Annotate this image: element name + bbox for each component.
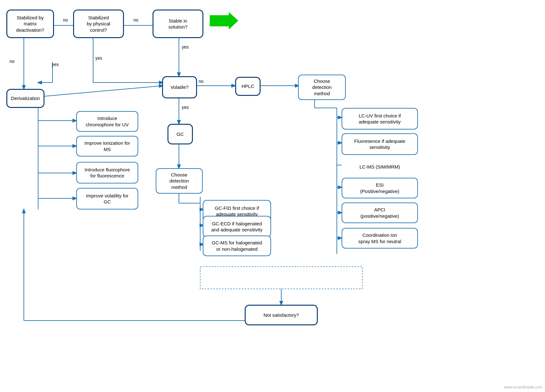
no-label-volatile: no bbox=[199, 79, 204, 84]
choose-detection-gc-label: Choose detection method bbox=[170, 172, 189, 190]
lc-ms-label-text: LC-MS (SIM/MRM) bbox=[342, 160, 418, 173]
esi-label: ESI (Positive/negative) bbox=[360, 182, 399, 194]
green-arrow-icon bbox=[210, 12, 238, 30]
hplc-label: HPLC bbox=[242, 83, 254, 90]
svg-rect-34 bbox=[200, 267, 362, 289]
coordination-label: Coordination ion spray MS for neutral bbox=[358, 232, 401, 244]
improve-ionization-label: Improve ionization for MS bbox=[85, 140, 130, 152]
improve-volatility-node: Improve volatility for GC bbox=[76, 188, 138, 209]
apci-label: APCI (positive/negative) bbox=[360, 207, 399, 219]
lc-uv-node: LC-UV first choice if adequate sensitivi… bbox=[342, 108, 418, 130]
stabilized-by-physical-label: Stabilized by physical control? bbox=[87, 15, 110, 33]
choose-detection-gc-node: Choose detection method bbox=[156, 168, 203, 194]
no-label-3: no bbox=[10, 59, 15, 64]
improve-ionization-node: Improve ionization for MS bbox=[76, 136, 138, 156]
stable-in-solution-label: Stable in solution? bbox=[168, 18, 187, 30]
volatile-node: Volatile? bbox=[162, 76, 197, 98]
stabilized-by-matrix-node: Stabilized by matrix deactivation? bbox=[6, 10, 54, 38]
gc-ecd-node: GC-ECD if halogenated and adequate sensi… bbox=[203, 216, 271, 237]
lc-uv-label: LC-UV first choice if adequate sensitivi… bbox=[359, 113, 401, 125]
yes-label-1: yes bbox=[182, 44, 189, 50]
apci-node: APCI (positive/negative) bbox=[342, 203, 418, 223]
no-label-1: no bbox=[133, 17, 139, 23]
gc-node: GC bbox=[167, 124, 193, 144]
introduce-fluorophore-node: Introduce fluorophore for fluorescence bbox=[76, 162, 138, 183]
choose-detection-hplc-node: Choose detection method bbox=[298, 75, 346, 100]
yes-label-3: yes bbox=[52, 62, 59, 67]
yes-label-volatile: yes bbox=[182, 105, 189, 110]
choose-detection-hplc-label: Choose detection method bbox=[312, 78, 332, 97]
introduce-chromophore-label: Introduce chromophore for UV bbox=[86, 115, 129, 128]
not-satisfactory-node: Not satisfactory? bbox=[245, 305, 318, 325]
derivatization-label: Derivatization bbox=[11, 95, 40, 102]
svg-line-12 bbox=[38, 86, 163, 97]
svg-marker-39 bbox=[210, 12, 238, 30]
fluoresence-label: Fluoresence if adequate sensitivity bbox=[354, 138, 405, 150]
watermark: www.lunardimade.com bbox=[504, 385, 542, 389]
gc-ms-label: GC-MS for halogenated or non-halogenated bbox=[212, 240, 262, 252]
esi-node: ESI (Positive/negative) bbox=[342, 178, 418, 198]
not-satisfactory-label: Not satisfactory? bbox=[263, 312, 299, 318]
stabilized-by-physical-node: Stabilized by physical control? bbox=[73, 10, 124, 38]
derivatization-node: Derivatization bbox=[6, 89, 44, 108]
no-label-2: no bbox=[63, 17, 68, 23]
introduce-chromophore-node: Introduce chromophore for UV bbox=[76, 111, 138, 132]
introduce-fluorophore-label: Introduce fluorophore for fluorescence bbox=[85, 167, 130, 179]
flowchart: Stable in solution? Stabilized by physic… bbox=[0, 0, 545, 392]
gc-ecd-label: GC-ECD if halogenated and adequate sensi… bbox=[211, 221, 262, 233]
gc-ms-node: GC-MS for halogenated or non-halogenated bbox=[203, 236, 271, 256]
stable-in-solution-node: Stable in solution? bbox=[153, 10, 203, 38]
improve-volatility-label: Improve volatility for GC bbox=[86, 193, 128, 205]
hplc-node: HPLC bbox=[235, 77, 261, 96]
volatile-label: Volatile? bbox=[171, 84, 189, 90]
gc-fid-label: GC-FID first choice if adequate sensitiv… bbox=[215, 205, 259, 217]
fluoresence-node: Fluoresence if adequate sensitivity bbox=[342, 133, 418, 155]
yes-label-2: yes bbox=[95, 56, 102, 61]
coordination-node: Coordination ion spray MS for neutral bbox=[342, 228, 418, 249]
stabilized-by-matrix-label: Stabilized by matrix deactivation? bbox=[16, 15, 44, 33]
gc-label: GC bbox=[177, 131, 184, 137]
